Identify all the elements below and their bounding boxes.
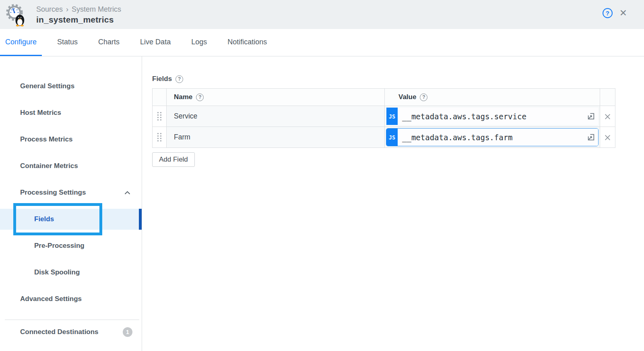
add-field-button[interactable]: Add Field xyxy=(152,152,195,167)
tab-notifications[interactable]: Notifications xyxy=(222,29,272,56)
tab-status[interactable]: Status xyxy=(52,29,83,56)
app-header: Sources › System Metrics in_system_metri… xyxy=(0,0,644,29)
page-title: in_system_metrics xyxy=(36,15,121,25)
tab-charts[interactable]: Charts xyxy=(93,29,125,56)
sidebar-item-fields[interactable]: Fields xyxy=(0,206,142,233)
column-header-name: Name ? xyxy=(167,89,385,106)
breadcrumb: Sources › System Metrics xyxy=(36,5,121,14)
drag-handle-icon[interactable] xyxy=(157,133,161,141)
column-label-name: Name xyxy=(174,93,192,101)
field-value-cell: JS__metadata.aws.tags.farm xyxy=(385,127,600,148)
section-title: Fields xyxy=(152,75,172,83)
sidebar-item-label: Disk Spooling xyxy=(34,268,80,276)
field-name-cell[interactable]: Farm xyxy=(167,127,385,148)
field-name-cell[interactable]: Service xyxy=(167,106,385,127)
sidebar-item-container-metrics[interactable]: Container Metrics xyxy=(0,153,142,179)
sidebar-item-label: Processing Settings xyxy=(20,189,86,197)
delete-cell xyxy=(600,106,615,127)
value-expression-input[interactable]: __metadata.aws.tags.service xyxy=(398,108,598,125)
tab-bar: ConfigureStatusChartsLive DataLogsNotifi… xyxy=(0,29,644,56)
sidebar-item-advanced-settings[interactable]: Advanced Settings xyxy=(0,286,142,312)
header-actions: ? ✕ xyxy=(603,8,627,18)
sidebar-item-label: Connected Destinations xyxy=(20,328,99,336)
sidebar-item-pre-processing[interactable]: Pre-Processing xyxy=(0,233,142,259)
value-expression-input[interactable]: __metadata.aws.tags.farm xyxy=(398,129,598,146)
expand-editor-icon[interactable] xyxy=(587,133,595,141)
field-value-cell: JS__metadata.aws.tags.service xyxy=(385,106,600,127)
tab-live-data[interactable]: Live Data xyxy=(135,29,176,56)
sidebar-item-label: Host Metrics xyxy=(20,109,61,117)
remove-row-icon[interactable] xyxy=(604,113,611,120)
breadcrumb-system-metrics[interactable]: System Metrics xyxy=(72,5,121,14)
field-name: Service xyxy=(174,112,197,120)
annotation-highlight-box xyxy=(13,203,102,235)
help-icon[interactable]: ? xyxy=(420,93,427,101)
value-field: JS__metadata.aws.tags.farm xyxy=(386,128,599,146)
delete-cell xyxy=(600,127,615,148)
js-type-badge: JS xyxy=(386,129,398,146)
breadcrumb-separator: › xyxy=(66,5,68,14)
drag-handle-cell xyxy=(153,127,167,148)
sidebar-item-label: Fields xyxy=(34,215,54,223)
sidebar-item-connected-destinations[interactable]: Connected Destinations1 xyxy=(0,320,142,344)
sidebar-item-label: Process Metrics xyxy=(20,135,72,143)
sidebar-item-process-metrics[interactable]: Process Metrics xyxy=(0,126,142,153)
tab-logs[interactable]: Logs xyxy=(186,29,212,56)
sidebar-item-label: Pre-Processing xyxy=(34,242,85,250)
help-icon[interactable]: ? xyxy=(196,93,204,101)
value-field: JS__metadata.aws.tags.service xyxy=(386,107,599,125)
remove-row-icon[interactable] xyxy=(604,134,611,141)
main-panel: Fields ? Name ? Value xyxy=(142,56,644,351)
help-icon[interactable]: ? xyxy=(175,75,183,83)
sidebar-item-label: Container Metrics xyxy=(20,162,78,170)
value-expression-text: __metadata.aws.tags.farm xyxy=(402,133,513,142)
breadcrumb-sources[interactable]: Sources xyxy=(36,5,63,14)
drag-handle-icon[interactable] xyxy=(157,112,161,120)
sidebar-item-label: General Settings xyxy=(20,82,74,90)
field-row-service: ServiceJS__metadata.aws.tags.service xyxy=(153,106,615,127)
tab-configure[interactable]: Configure xyxy=(0,29,42,56)
column-header-drag xyxy=(153,89,167,106)
fields-table: Name ? Value ? ServiceJS__metadata.aws.t… xyxy=(152,88,615,148)
content: General SettingsHost MetricsProcess Metr… xyxy=(0,56,644,351)
sidebar-item-general-settings[interactable]: General Settings xyxy=(0,73,142,100)
config-sidebar: General SettingsHost MetricsProcess Metr… xyxy=(0,56,142,351)
sidebar-item-disk-spooling[interactable]: Disk Spooling xyxy=(0,259,142,286)
field-name: Farm xyxy=(174,133,190,141)
chevron-up-icon[interactable] xyxy=(124,191,130,195)
system-metrics-source-icon xyxy=(6,3,27,27)
column-header-actions xyxy=(600,89,615,106)
close-icon[interactable]: ✕ xyxy=(619,8,627,18)
sidebar-item-label: Advanced Settings xyxy=(20,295,82,303)
table-header-row: Name ? Value ? xyxy=(153,89,615,106)
value-expression-text: __metadata.aws.tags.service xyxy=(402,112,526,121)
sidebar-item-host-metrics[interactable]: Host Metrics xyxy=(0,100,142,126)
field-row-farm: FarmJS__metadata.aws.tags.farm xyxy=(153,127,615,148)
column-header-value: Value ? xyxy=(385,89,600,106)
js-type-badge: JS xyxy=(386,108,398,125)
sidebar-item-processing-settings[interactable]: Processing Settings xyxy=(0,179,142,206)
column-label-value: Value xyxy=(398,93,416,101)
expand-editor-icon[interactable] xyxy=(587,112,595,120)
drag-handle-cell xyxy=(153,106,167,127)
section-header: Fields ? xyxy=(152,75,644,83)
destination-count-badge: 1 xyxy=(123,327,132,337)
help-icon[interactable]: ? xyxy=(603,8,613,18)
